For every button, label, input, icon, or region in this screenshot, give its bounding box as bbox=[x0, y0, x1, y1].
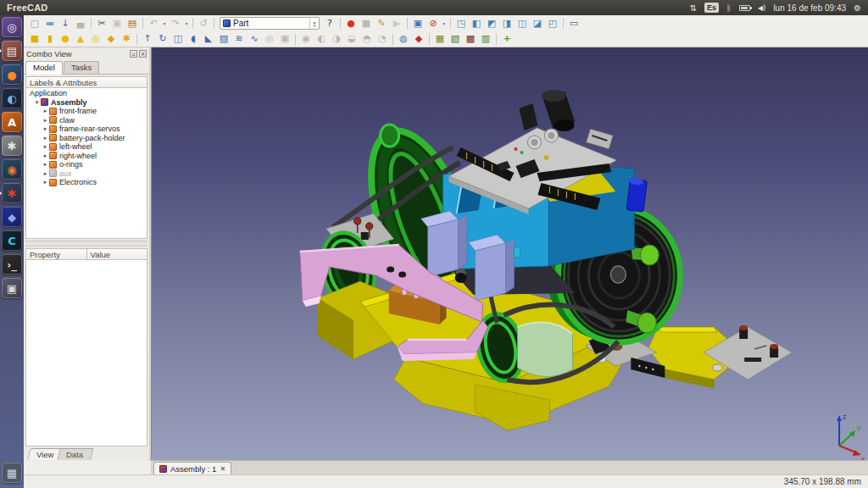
close-tab-icon[interactable]: ✕ bbox=[220, 465, 225, 473]
tree-item-battery-pack-holder[interactable]: ▸battery-pack-holder bbox=[26, 134, 147, 143]
tab-data[interactable]: Data bbox=[58, 448, 95, 460]
defeaturing-button[interactable]: ◆ bbox=[411, 32, 426, 46]
column-property[interactable]: Property bbox=[25, 248, 86, 260]
tree-item-aux[interactable]: ▸aux bbox=[26, 169, 147, 179]
dropdown-arrow[interactable]: ▾ bbox=[183, 20, 190, 26]
document-tab-assembly[interactable]: Assembly : 1 ✕ bbox=[153, 462, 231, 474]
tree-item-left-wheel[interactable]: ▸left-wheel bbox=[26, 142, 147, 152]
create-primitives-button[interactable]: ✱ bbox=[119, 32, 134, 46]
add-assembly-button[interactable]: + bbox=[499, 32, 515, 46]
mirror-button[interactable]: ◫ bbox=[170, 32, 186, 46]
sweep-button[interactable]: ∿ bbox=[247, 32, 262, 46]
check-geometry-button[interactable]: ◍ bbox=[396, 32, 411, 46]
volume-icon[interactable]: ◀) bbox=[758, 4, 765, 12]
chamfer-button[interactable]: ◣ bbox=[201, 32, 216, 46]
expander-icon[interactable]: ▸ bbox=[42, 117, 49, 124]
tree-item-claw[interactable]: ▸claw bbox=[26, 116, 147, 125]
battery-icon[interactable] bbox=[739, 5, 750, 11]
part-cone-button[interactable]: ▲ bbox=[73, 32, 88, 46]
tree-item-assembly[interactable]: ▾Assembly bbox=[26, 98, 147, 108]
loft-button[interactable]: ≋ bbox=[231, 32, 247, 46]
tab-tasks[interactable]: Tasks bbox=[64, 61, 99, 74]
view-rear-button[interactable]: ◫ bbox=[515, 17, 530, 30]
launcher-archive-app[interactable]: A bbox=[2, 112, 22, 132]
embed-object-button[interactable]: ▧ bbox=[448, 32, 463, 46]
dropdown-arrow[interactable]: ▾ bbox=[441, 20, 448, 26]
fillet-button[interactable]: ◖ bbox=[186, 32, 201, 46]
combo-spinner[interactable]: ▴▾ bbox=[309, 19, 319, 29]
part-box-button[interactable]: ■ bbox=[27, 32, 42, 46]
save-document-button[interactable]: ↓ bbox=[58, 17, 73, 30]
tree-item-front-frame[interactable]: ▸front-frame bbox=[26, 107, 147, 116]
expander-icon[interactable]: ▸ bbox=[42, 161, 49, 168]
launcher-screenshot-tool[interactable]: ▣ bbox=[2, 278, 22, 298]
boolean-fragments-button[interactable]: ▥ bbox=[478, 32, 493, 46]
open-document-button[interactable]: ▬ bbox=[42, 17, 58, 30]
launcher-firefox[interactable]: ● bbox=[2, 64, 22, 85]
part-sphere-button[interactable]: ● bbox=[58, 32, 73, 46]
expander-icon[interactable]: ▸ bbox=[42, 135, 49, 141]
tab-model[interactable]: Model bbox=[25, 61, 63, 75]
launcher-terminal[interactable]: ›_ bbox=[2, 254, 22, 274]
clip-plane-button[interactable]: ⊘ bbox=[426, 17, 441, 30]
3d-viewport[interactable]: z Y x bbox=[151, 47, 868, 460]
new-document-button[interactable]: ▢ bbox=[27, 17, 42, 30]
part-torus-button[interactable]: ◎ bbox=[88, 32, 103, 46]
clock[interactable]: lun 16 de feb 09:43 bbox=[773, 3, 846, 13]
connect-objects-button[interactable]: ▦ bbox=[432, 32, 448, 46]
view-front-button[interactable]: ◧ bbox=[469, 17, 484, 30]
bluetooth-icon[interactable]: ᛒ bbox=[726, 3, 732, 13]
robot-model[interactable] bbox=[300, 90, 792, 430]
macro-record-button[interactable]: ● bbox=[343, 17, 359, 30]
expander-icon[interactable]: ▸ bbox=[42, 108, 49, 114]
tree-item-right-wheel[interactable]: ▸right-wheel bbox=[26, 152, 147, 161]
cut-button[interactable]: ✂ bbox=[94, 17, 109, 30]
combo-view-titlebar[interactable]: Combo View ▫ ✕ bbox=[24, 47, 149, 60]
session-gear-icon[interactable]: ⚙ bbox=[854, 3, 861, 13]
panel-splitter[interactable] bbox=[25, 241, 147, 247]
launcher-cad-app[interactable]: ◆ bbox=[2, 207, 22, 227]
launcher-freecad[interactable]: ✱ bbox=[2, 183, 22, 203]
expander-icon[interactable]: ▸ bbox=[42, 143, 49, 150]
launcher-system-settings[interactable]: ✱ bbox=[2, 136, 22, 156]
keyboard-layout-indicator[interactable]: Es bbox=[704, 3, 719, 13]
expander-icon[interactable]: ▸ bbox=[42, 125, 49, 132]
property-table-body[interactable] bbox=[25, 260, 147, 446]
cutout-object-button[interactable]: ▩ bbox=[463, 32, 478, 46]
expander-icon[interactable]: ▾ bbox=[33, 99, 41, 106]
tree-item-application[interactable]: Application bbox=[26, 89, 147, 98]
measure-distance-button[interactable]: ▭ bbox=[566, 17, 581, 30]
extrude-button[interactable]: ↑ bbox=[140, 32, 155, 46]
macro-edit-button[interactable]: ✎ bbox=[374, 17, 389, 30]
view-left-button[interactable]: ◰ bbox=[545, 17, 560, 30]
float-panel-button[interactable]: ▫ bbox=[130, 50, 137, 58]
launcher-ubuntu-dash[interactable]: ◎ bbox=[2, 17, 22, 37]
shape-builder-button[interactable]: ◆ bbox=[103, 32, 119, 46]
launcher-files[interactable]: ▤ bbox=[2, 41, 22, 61]
launcher-web-browser[interactable]: ◐ bbox=[2, 88, 22, 108]
rear-roller[interactable] bbox=[517, 323, 572, 377]
view-top-button[interactable]: ◩ bbox=[484, 17, 499, 30]
tree-item-o-rings[interactable]: ▸o-rings bbox=[26, 160, 147, 169]
launcher-cura[interactable]: C bbox=[2, 230, 22, 251]
revolve-button[interactable]: ↻ bbox=[155, 32, 170, 46]
column-value[interactable]: Value bbox=[86, 248, 148, 260]
paste-button[interactable]: ▤ bbox=[125, 17, 140, 30]
3d-view-canvas[interactable]: z Y x bbox=[152, 47, 868, 460]
network-icon[interactable]: ⇅ bbox=[690, 3, 697, 13]
expander-icon[interactable]: ▸ bbox=[42, 179, 49, 186]
tree-item-electronics[interactable]: ▸Electronics bbox=[26, 178, 147, 187]
launcher-trash[interactable]: ▦ bbox=[2, 463, 22, 483]
part-cylinder-button[interactable]: ▮ bbox=[42, 32, 58, 46]
whats-this-button[interactable]: ? bbox=[322, 17, 337, 30]
expander-icon[interactable]: ▸ bbox=[42, 152, 49, 159]
box-selection-button[interactable]: ▣ bbox=[410, 17, 426, 30]
expander-icon[interactable]: ▸ bbox=[42, 170, 49, 177]
launcher-blender[interactable]: ◉ bbox=[2, 159, 22, 180]
view-bottom-button[interactable]: ◪ bbox=[530, 17, 545, 30]
dropdown-arrow[interactable]: ▾ bbox=[161, 20, 168, 26]
tree-item-frame-rear-servos[interactable]: ▸frame-rear-servos bbox=[26, 125, 147, 134]
view-right-button[interactable]: ◨ bbox=[499, 17, 515, 30]
workbench-selector[interactable]: Part▴▾ bbox=[220, 17, 320, 30]
view-axonometric-button[interactable]: ◳ bbox=[453, 17, 469, 30]
